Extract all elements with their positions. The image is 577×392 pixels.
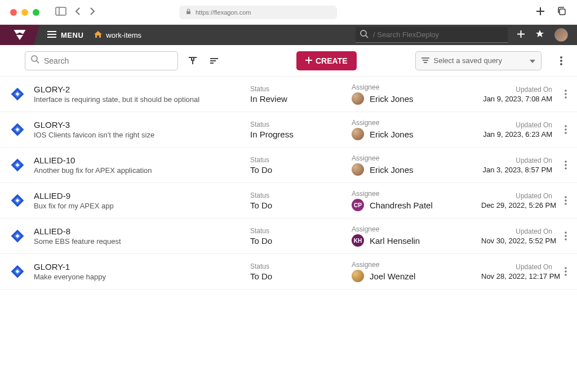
item-type-icon [0,264,25,279]
svg-point-16 [32,56,37,61]
add-tab-icon[interactable] [535,6,545,19]
status-label: Status [250,262,352,270]
assignee-name: Erick Jones [370,130,414,139]
work-item-id[interactable]: GLORY-2 [34,84,250,94]
sort-button[interactable] [207,54,221,68]
svg-point-31 [565,90,567,92]
work-item-row[interactable]: GLORY-2 Interface is requiring state, bu… [0,77,577,112]
app-logo[interactable] [0,25,39,45]
toolbar: CREATE Select a saved query [0,45,577,77]
status-value: In Review [250,94,352,104]
work-item-id[interactable]: ALLIED-8 [34,226,250,236]
status-value: In Progress [250,130,352,139]
work-item-description: Bux fix for my APEX app [34,202,250,210]
assignee-label: Assignee [352,190,481,198]
status-label: Status [250,156,352,164]
list-search[interactable] [25,51,178,70]
close-window-icon[interactable] [10,9,17,16]
svg-point-33 [565,96,567,99]
updated-label: Updated On [481,121,552,129]
svg-point-41 [565,199,567,202]
saved-query-select[interactable]: Select a saved query [415,51,542,70]
svg-marker-7 [16,35,23,40]
svg-rect-5 [560,9,565,15]
assignee-name: Karl Henselin [370,236,420,246]
lock-icon [186,8,191,16]
minimize-window-icon[interactable] [21,9,28,16]
assignee-label: Assignee [352,119,481,127]
row-more-button[interactable] [559,158,572,172]
user-avatar[interactable] [554,28,568,42]
svg-point-47 [565,270,567,273]
updated-label: Updated On [481,86,552,93]
updated-value: Jan 3, 2023, 8:57 PM [481,166,552,174]
work-item-description: Some EBS feature request [34,237,250,246]
back-icon[interactable] [74,7,81,18]
work-item-row[interactable]: ALLIED-9 Bux fix for my APEX app Status … [0,183,577,219]
row-more-button[interactable] [559,229,572,243]
assignee-label: Assignee [352,83,481,91]
item-type-icon [0,229,25,243]
breadcrumb-text: work-items [106,31,141,39]
work-item-row[interactable]: ALLIED-10 Another bug fix for APEX appli… [0,148,577,183]
star-icon[interactable] [535,29,544,41]
svg-marker-27 [530,60,535,63]
work-item-description: Interface is requiring state, but it sho… [34,95,250,104]
work-item-id[interactable]: GLORY-1 [34,262,250,271]
updated-value: Jan 9, 2023, 6:23 AM [481,130,552,139]
browser-chrome: https://flexagon.com [0,0,577,25]
status-value: To Do [250,201,352,210]
svg-line-17 [37,61,39,63]
svg-point-34 [565,125,567,127]
svg-point-43 [565,231,567,234]
work-item-row[interactable]: ALLIED-8 Some EBS feature request Status… [0,219,577,254]
status-value: To Do [250,236,352,246]
url-bar[interactable]: https://flexagon.com [179,6,337,19]
updated-value: Dec 29, 2022, 5:26 PM [481,201,552,210]
item-type-icon [0,193,25,208]
svg-point-46 [565,267,567,269]
hamburger-icon [47,31,56,39]
row-more-button[interactable] [559,123,572,136]
row-more-button[interactable] [559,87,572,101]
sidebar-toggle-icon[interactable] [55,7,66,18]
global-search-input[interactable] [373,30,503,39]
row-more-button[interactable] [559,194,572,207]
work-item-list: GLORY-2 Interface is requiring state, bu… [0,77,577,289]
updated-label: Updated On [481,228,552,235]
forward-icon[interactable] [89,7,96,18]
status-label: Status [250,85,352,93]
work-item-id[interactable]: ALLIED-10 [34,155,250,165]
add-icon[interactable] [517,30,525,41]
toolbar-more-button[interactable] [554,54,568,68]
maximize-window-icon[interactable] [33,9,39,16]
menu-label: MENU [61,31,83,39]
assignee-name: Erick Jones [370,94,414,104]
assignee-name: Chandresh Patel [370,201,433,210]
work-item-id[interactable]: GLORY-3 [34,120,250,130]
work-item-row[interactable]: GLORY-3 IOS Clients favicon isn't the ri… [0,112,577,148]
menu-button[interactable]: MENU [39,31,91,39]
assignee-avatar: CP [352,199,364,211]
svg-point-40 [565,196,567,198]
assignee-avatar [352,128,364,140]
search-icon [31,55,39,66]
copy-tabs-icon[interactable] [557,6,567,19]
work-item-row[interactable]: GLORY-1 Make everyone happy Status To Do… [0,254,577,289]
filter-list-icon [421,56,429,65]
row-more-button[interactable] [559,265,572,278]
breadcrumb[interactable]: work-items [91,30,141,40]
create-label: CREATE [316,56,348,65]
work-item-description: Make everyone happy [34,273,250,281]
create-button[interactable]: CREATE [296,51,357,70]
filter-button[interactable] [186,54,199,68]
svg-point-37 [565,161,567,163]
list-search-input[interactable] [44,56,172,65]
svg-point-48 [565,274,567,276]
svg-marker-6 [14,30,26,34]
assignee-label: Assignee [352,225,481,233]
updated-label: Updated On [481,192,552,200]
saved-query-label: Select a saved query [434,56,502,65]
work-item-id[interactable]: ALLIED-9 [34,191,250,201]
global-search[interactable] [356,27,508,43]
